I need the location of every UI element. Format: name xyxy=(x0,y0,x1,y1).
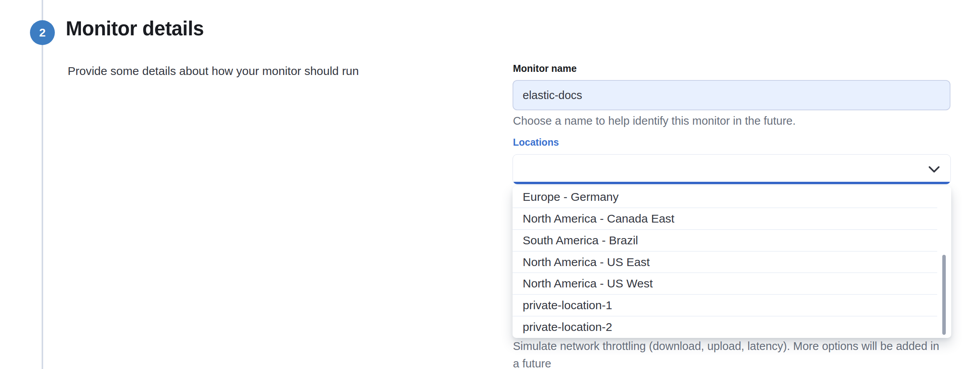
location-option-label: South America - Brazil xyxy=(523,234,638,247)
monitor-name-input[interactable] xyxy=(513,80,950,110)
location-option-label: North America - US West xyxy=(523,277,653,290)
location-option-label: private-location-1 xyxy=(523,299,612,312)
location-option-label: North America - US East xyxy=(523,256,650,269)
location-option-label: private-location-2 xyxy=(523,320,612,334)
location-option[interactable]: South America - Brazil xyxy=(513,230,951,251)
location-option[interactable]: Europe - Germany xyxy=(513,186,951,208)
monitor-name-help: Choose a name to help identify this moni… xyxy=(513,112,796,130)
monitor-details-form: Monitor name Choose a name to help ident… xyxy=(513,0,951,369)
throttling-help-line1: Simulate network throttling (download, u… xyxy=(513,340,939,369)
location-option[interactable]: North America - US West xyxy=(513,273,951,294)
chevron-down-icon[interactable] xyxy=(928,165,940,173)
location-option-label: North America - Canada East xyxy=(523,212,674,225)
location-option[interactable]: North America - Canada East xyxy=(513,208,951,230)
step-description: Provide some details about how your moni… xyxy=(68,64,359,78)
monitor-name-label: Monitor name xyxy=(513,63,577,74)
monitor-details-step-screen: 2 Monitor details Provide some details a… xyxy=(0,0,980,369)
step-connector-line xyxy=(42,0,43,369)
locations-label: Locations xyxy=(513,137,559,148)
throttling-help: Simulate network throttling (download, u… xyxy=(513,338,941,369)
location-option[interactable]: private-location-1 xyxy=(513,294,951,316)
dropdown-scrollbar-thumb[interactable] xyxy=(942,255,946,335)
location-option[interactable]: private-location-2 xyxy=(513,316,951,338)
locations-dropdown: Europe - GermanyNorth America - Canada E… xyxy=(513,186,951,338)
location-option[interactable]: North America - US East xyxy=(513,251,951,273)
locations-combobox[interactable] xyxy=(513,154,951,184)
page-title: Monitor details xyxy=(66,17,204,40)
location-option-label: Europe - Germany xyxy=(523,190,619,204)
step-number-badge: 2 xyxy=(30,20,55,45)
step-number: 2 xyxy=(39,26,46,39)
